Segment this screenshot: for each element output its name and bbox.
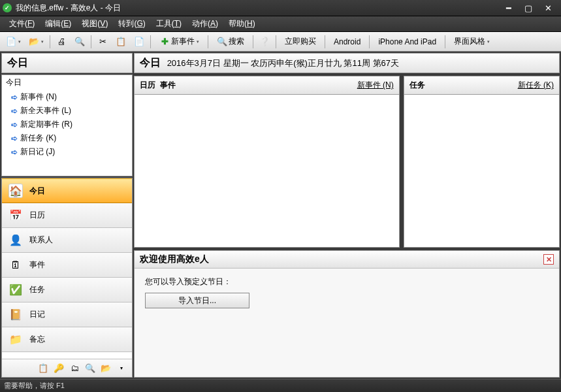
tree-item[interactable]: ➪新日记 (J) (2, 145, 132, 159)
paste-icon: 📄 (134, 37, 144, 47)
notes-icon: 📁 (8, 333, 23, 347)
events-column-header: 日历 事件 新事件 (N) (134, 76, 400, 95)
menu-edit[interactable]: 编辑(E) (40, 17, 76, 31)
print-icon: 🖨 (56, 37, 67, 47)
search-icon: 🔍 (217, 37, 227, 47)
nav-expand-icon[interactable]: ▾ (116, 363, 127, 374)
tree-item[interactable]: ➪新事件 (N) (2, 90, 132, 104)
today-label: 今日 (140, 57, 161, 68)
nav-list: 🏠今日 📅日历 👤联系人 🗓事件 ✅任务 📔日记 📁备忘 📋 🔑 🗂 🔍 📂 ▾ (1, 178, 133, 378)
footer-icon-2[interactable]: 🔑 (54, 363, 64, 374)
print-button[interactable]: 🖨 (53, 35, 70, 49)
arrow-right-icon: ➪ (11, 93, 18, 102)
paste-button[interactable]: 📄 (131, 35, 148, 49)
footer-icon-4[interactable]: 🔍 (85, 363, 95, 374)
menu-tools[interactable]: 工具(T) (151, 17, 187, 31)
footer-icon-3[interactable]: 🗂 (69, 363, 80, 374)
event-label: 事件 (160, 80, 176, 91)
left-panel-title: 今日 (1, 53, 133, 73)
new-event-link[interactable]: 新事件 (N) (357, 80, 394, 91)
events-list-body[interactable] (134, 95, 400, 248)
help-button[interactable]: ❔ (256, 35, 273, 49)
date-header: 今日 2016年3月7日 星期一 农历丙申年(猴)正月廿九 第11周 第67天 (134, 53, 560, 73)
menu-action[interactable]: 动作(A) (187, 17, 223, 31)
calendar-label: 日历 (140, 80, 155, 91)
footer-icon-1[interactable]: 📋 (38, 363, 48, 374)
arrow-right-icon: ➪ (11, 106, 18, 116)
welcome-close-button[interactable]: ✕ (543, 254, 554, 265)
date-text: 2016年3月7日 星期一 农历丙申年(猴)正月廿九 第11周 第67天 (167, 58, 399, 68)
cut-icon: ✂ (97, 37, 108, 47)
nav-events[interactable]: 🗓事件 (2, 253, 132, 278)
menubar: 文件(F) 编辑(E) 视图(V) 转到(G) 工具(T) 动作(A) 帮助(H… (0, 16, 561, 32)
arrow-right-icon: ➪ (11, 134, 18, 143)
arrow-right-icon: ➪ (11, 148, 18, 157)
nav-footer: 📋 🔑 🗂 🔍 📂 ▾ (2, 359, 132, 377)
cut-button[interactable]: ✂ (94, 35, 111, 49)
copy-icon: 📋 (116, 37, 126, 47)
close-button[interactable]: ✕ (541, 3, 554, 12)
events-icon: 🗓 (8, 258, 23, 272)
tree-item[interactable]: ➪新全天事件 (L) (2, 104, 132, 118)
tree-area[interactable]: 今日 ➪新事件 (N) ➪新全天事件 (L) ➪新定期事件 (R) ➪新任务 (… (1, 74, 133, 176)
preview-icon: 🔍 (74, 37, 85, 47)
tasks-column-header: 任务 新任务 (K) (404, 76, 560, 95)
menu-goto[interactable]: 转到(G) (113, 17, 150, 31)
welcome-panel: 欢迎使用高效e人 ✕ 您可以导入预定义节日： 导入节日... (134, 250, 560, 378)
folder-open-icon: 📂 (29, 37, 39, 47)
help-icon: ❔ (259, 37, 270, 47)
import-holidays-button[interactable]: 导入节日... (145, 293, 249, 308)
titlebar: ✓ 我的信息.effw - 高效e人 - 今日 ━ ▢ ✕ (0, 0, 561, 16)
nav-calendar[interactable]: 📅日历 (2, 203, 132, 228)
home-icon: 🏠 (8, 184, 23, 198)
nav-tasks[interactable]: ✅任务 (2, 278, 132, 302)
status-text: 需要帮助，请按 F1 (4, 381, 65, 391)
window-title: 我的信息.effw - 高效e人 - 今日 (16, 3, 502, 14)
toolbar: 📄▾ 📂▾ 🖨 🔍 ✂ 📋 📄 ✚新事件▾ 🔍搜索 ❔ 立即购买 Android… (0, 32, 561, 52)
contacts-icon: 👤 (8, 233, 23, 248)
skin-button[interactable]: 界面风格▾ (448, 35, 496, 49)
maximize-button[interactable]: ▢ (522, 3, 535, 12)
nav-today[interactable]: 🏠今日 (2, 178, 132, 203)
tasks-list-body[interactable] (404, 95, 560, 248)
search-button[interactable]: 🔍搜索 (211, 35, 250, 49)
tree-item[interactable]: ➪新定期事件 (R) (2, 118, 132, 131)
minimize-button[interactable]: ━ (502, 3, 515, 12)
menu-help[interactable]: 帮助(H) (223, 17, 261, 31)
tree-root[interactable]: 今日 (2, 75, 132, 90)
welcome-desc: 您可以导入预定义节日： (145, 276, 549, 287)
plus-icon: ✚ (159, 37, 170, 47)
copy-button[interactable]: 📋 (112, 35, 129, 49)
open-button[interactable]: 📂▾ (25, 35, 47, 49)
nav-contacts[interactable]: 👤联系人 (2, 228, 132, 253)
new-event-button[interactable]: ✚新事件▾ (153, 35, 205, 49)
tasks-icon: ✅ (8, 283, 23, 297)
buy-now-button[interactable]: 立即购买 (279, 35, 322, 49)
welcome-title: 欢迎使用高效e人 (140, 253, 209, 265)
iphone-button[interactable]: iPhone And iPad (372, 35, 442, 49)
nav-diary[interactable]: 📔日记 (2, 302, 132, 327)
preview-button[interactable]: 🔍 (71, 35, 88, 49)
new-doc-icon: 📄 (6, 37, 16, 47)
task-label: 任务 (409, 80, 425, 91)
statusbar: 需要帮助，请按 F1 (0, 379, 561, 392)
calendar-icon: 📅 (8, 208, 23, 223)
nav-notes[interactable]: 📁备忘 (2, 327, 132, 352)
tree-item[interactable]: ➪新任务 (K) (2, 131, 132, 145)
diary-icon: 📔 (8, 308, 23, 322)
menu-view[interactable]: 视图(V) (76, 17, 113, 31)
arrow-right-icon: ➪ (11, 120, 18, 129)
tree-item[interactable] (2, 159, 132, 171)
app-icon: ✓ (3, 3, 12, 12)
new-task-link[interactable]: 新任务 (K) (518, 80, 554, 91)
menu-file[interactable]: 文件(F) (4, 17, 40, 31)
footer-icon-5[interactable]: 📂 (101, 363, 111, 374)
android-button[interactable]: Android (328, 35, 366, 49)
new-doc-button[interactable]: 📄▾ (3, 35, 24, 49)
